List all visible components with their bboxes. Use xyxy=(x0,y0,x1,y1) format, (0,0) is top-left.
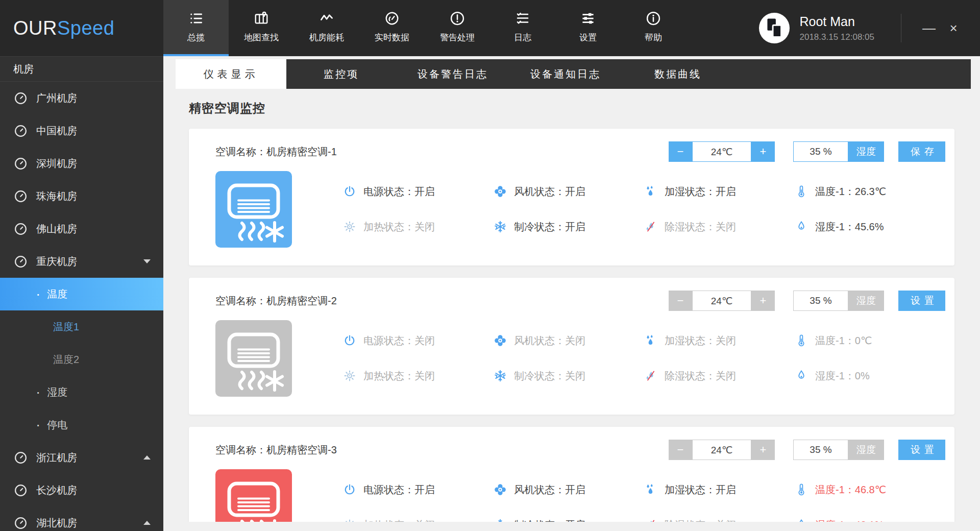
alert-icon xyxy=(450,11,465,26)
save-button[interactable]: 保存 xyxy=(898,141,945,162)
sidebar-item-label: 长沙机房 xyxy=(36,484,77,497)
user-name: Root Man xyxy=(799,14,874,29)
topbar-nav: 总揽地图查找机房能耗实时数据警告处理日志设置帮助 xyxy=(163,0,686,56)
temp-set-field[interactable]: 24℃ xyxy=(692,141,751,162)
temperature-stepper: −24℃+ xyxy=(669,291,775,311)
nav-item-help[interactable]: 帮助 xyxy=(621,0,686,56)
status-cool: 制冷状态：开启 xyxy=(494,513,644,522)
user-avatar[interactable] xyxy=(758,12,790,44)
page-title: 精密空调监控 xyxy=(189,100,980,116)
settings-button[interactable]: 设置 xyxy=(898,440,945,460)
status-value: 关闭 xyxy=(565,335,585,346)
minimize-icon[interactable]: — xyxy=(917,16,941,40)
status-value: 关闭 xyxy=(414,221,435,232)
sidebar-item-china[interactable]: 中国机房 xyxy=(0,114,163,147)
sidebar-item-label: 深圳机房 xyxy=(36,157,77,171)
status-text: 除湿状态：关闭 xyxy=(665,369,736,383)
tab-monitor-items[interactable]: 监控项 xyxy=(286,59,396,89)
status-dehumidify: 除湿状态：关闭 xyxy=(644,513,795,522)
humidity-button[interactable]: 湿度 xyxy=(848,141,884,162)
sidebar-subitem-humidity[interactable]: 湿度 xyxy=(0,376,163,408)
status-label: 温度-1： xyxy=(815,335,855,346)
humidity-set-field[interactable]: 35 % xyxy=(793,141,848,162)
status-value: 关闭 xyxy=(414,370,435,381)
tab-dashboard[interactable]: 仪表显示 xyxy=(176,59,286,89)
humidity-button[interactable]: 湿度 xyxy=(848,291,884,311)
status-value: 开启 xyxy=(414,186,435,197)
status-text: 制冷状态：开启 xyxy=(514,220,585,234)
temp-plus-button[interactable]: + xyxy=(751,141,775,162)
temp-minus-button[interactable]: − xyxy=(669,141,692,162)
ac-name-label: 空调名称：机房精密空调-2 xyxy=(215,294,337,308)
sidebar-item-guangzhou[interactable]: 广州机房 xyxy=(0,82,163,114)
temp-plus-button[interactable]: + xyxy=(751,291,775,311)
status-heat: 加热状态：关闭 xyxy=(343,214,494,239)
sidebar-item-label: 重庆机房 xyxy=(36,255,77,269)
close-icon[interactable]: × xyxy=(941,16,966,40)
humidity-button[interactable]: 湿度 xyxy=(848,440,884,460)
status-text: 加湿状态：开启 xyxy=(665,483,736,497)
status-dehumidify: 除湿状态：关闭 xyxy=(644,214,795,239)
ac-unit-icon xyxy=(215,171,292,248)
sidebar-item-foshan[interactable]: 佛山机房 xyxy=(0,212,163,245)
sidebar-item-label: 中国机房 xyxy=(36,124,77,138)
sidebar-leafitem-temperature2[interactable]: 温度2 xyxy=(0,343,163,376)
nav-item-overview[interactable]: 总揽 xyxy=(163,0,229,56)
nav-item-realtime-data[interactable]: 实时数据 xyxy=(359,0,425,56)
tab-data-curve[interactable]: 数据曲线 xyxy=(622,59,734,89)
sidebar-item-shenzhen[interactable]: 深圳机房 xyxy=(0,147,163,180)
ac-controls: −24℃+35 %湿度设置 xyxy=(669,440,945,460)
nav-item-room-energy[interactable]: 机房能耗 xyxy=(294,0,359,56)
status-grid: 电源状态：开启风机状态：开启加湿状态：开启温度-1：26.3℃加热状态：关闭制冷… xyxy=(343,179,945,248)
sidebar-item-zhejiang[interactable]: 浙江机房 xyxy=(0,441,163,474)
status-heat: 加热状态：关闭 xyxy=(343,513,494,522)
status-label: 风机状态： xyxy=(514,484,565,495)
ac-card-3: 空调名称：机房精密空调-3−24℃+35 %湿度设置电源状态：开启风机状态：开启… xyxy=(189,427,954,522)
nav-item-map-search[interactable]: 地图查找 xyxy=(229,0,294,56)
nav-item-label: 帮助 xyxy=(645,32,662,43)
sidebar-item-zhuhai[interactable]: 珠海机房 xyxy=(0,180,163,212)
temp-set-field[interactable]: 24℃ xyxy=(692,291,751,311)
tabbar-filler xyxy=(734,59,971,89)
datetime: 2018.3.15 12:08:05 xyxy=(799,32,874,42)
status-text: 制冷状态：开启 xyxy=(514,518,585,522)
thermometer-icon xyxy=(795,334,808,347)
gauge-icon xyxy=(14,189,28,203)
humidity-set-field[interactable]: 35 % xyxy=(793,291,848,311)
status-label: 制冷状态： xyxy=(514,221,565,232)
logo-part2: Speed xyxy=(57,17,114,39)
temp-minus-button[interactable]: − xyxy=(669,291,692,311)
thermometer-icon xyxy=(795,185,808,198)
cool-icon xyxy=(494,369,507,382)
nav-item-alarm-handle[interactable]: 警告处理 xyxy=(425,0,490,56)
sidebar-leafitem-temperature1[interactable]: 温度1 xyxy=(0,310,163,343)
app-logo: OURSpeed xyxy=(0,0,163,56)
status-text: 湿度-1：45.6% xyxy=(815,220,884,234)
sidebar-title: 机房 xyxy=(0,57,163,82)
status-value: 开启 xyxy=(716,186,736,197)
status-text: 风机状态：开启 xyxy=(514,185,585,199)
nav-item-label: 警告处理 xyxy=(440,32,475,43)
settings-button[interactable]: 设置 xyxy=(898,291,945,311)
tab-device-alarm-log[interactable]: 设备警告日志 xyxy=(396,59,509,89)
status-value: 开启 xyxy=(565,186,585,197)
temp-set-field[interactable]: 24℃ xyxy=(692,440,751,460)
status-text: 加热状态：关闭 xyxy=(363,220,435,234)
status-text: 加热状态：关闭 xyxy=(363,518,435,522)
sidebar-item-label: 珠海机房 xyxy=(36,189,77,203)
sidebar-item-hubei[interactable]: 湖北机房 xyxy=(0,506,163,531)
humidify-icon xyxy=(644,185,657,198)
temp-plus-button[interactable]: + xyxy=(751,440,775,460)
nav-item-log[interactable]: 日志 xyxy=(490,0,555,56)
status-text: 温度-1：26.3℃ xyxy=(815,185,886,199)
sidebar-subitem-power-cut[interactable]: 停电 xyxy=(0,408,163,441)
sidebar-subitem-temperature[interactable]: 温度 xyxy=(0,278,163,310)
nav-item-settings[interactable]: 设置 xyxy=(555,0,621,56)
humidity-set-field[interactable]: 35 % xyxy=(793,440,848,460)
tab-device-notice-log[interactable]: 设备通知日志 xyxy=(509,59,622,89)
sidebar-item-changsha[interactable]: 长沙机房 xyxy=(0,474,163,506)
heat-icon xyxy=(343,518,356,522)
temperature-stepper: −24℃+ xyxy=(669,141,775,162)
temp-minus-button[interactable]: − xyxy=(669,440,692,460)
sidebar-item-chongqing[interactable]: 重庆机房 xyxy=(0,245,163,278)
